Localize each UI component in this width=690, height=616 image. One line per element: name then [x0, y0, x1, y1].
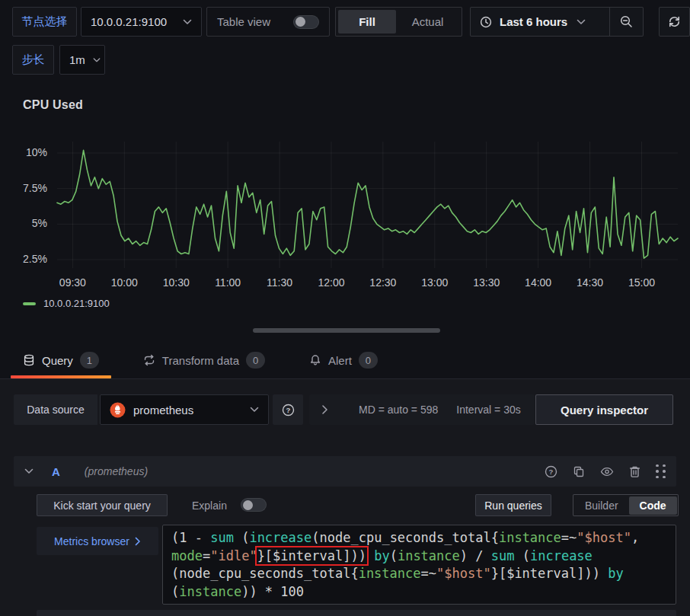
code-token: instance: [359, 566, 421, 581]
y-tick-label: 7.5%: [0, 182, 47, 194]
series-line: [57, 150, 678, 258]
eye-icon[interactable]: [600, 466, 614, 477]
node-select-dropdown[interactable]: 10.0.0.21:9100: [81, 7, 202, 37]
table-view-toggle[interactable]: [293, 15, 319, 29]
actual-option[interactable]: Actual: [396, 10, 459, 34]
code-token: instance: [499, 530, 561, 545]
duplicate-query-icon[interactable]: [573, 465, 585, 478]
query-inspector-button[interactable]: Query inspector: [535, 394, 673, 425]
time-picker-group: Last 6 hours: [470, 7, 644, 37]
legend-series-marker: [23, 302, 36, 305]
transform-icon: [143, 354, 155, 366]
x-tick-label: 14:00: [516, 276, 561, 289]
code-token: by: [608, 566, 623, 581]
horizontal-scrollbar[interactable]: [253, 328, 440, 333]
code-line: (1 - sum (increase(node_cpu_seconds_tota…: [171, 529, 667, 547]
tab-transform-data[interactable]: Transform data 0: [131, 345, 277, 375]
code-token: "idle": [210, 548, 257, 563]
query-options-summary[interactable]: MD = auto = 598 Interval = 30s: [309, 394, 535, 425]
tab-alert[interactable]: Alert 0: [297, 345, 390, 375]
options-section-header[interactable]: [37, 610, 676, 616]
refresh-button[interactable]: [659, 7, 690, 37]
x-tick-label: 11:30: [257, 276, 302, 289]
x-tick-label: 13:00: [412, 276, 458, 289]
tab-transform-label: Transform data: [162, 354, 239, 367]
datasource-help-button[interactable]: ?: [273, 394, 303, 425]
table-view-label: Table view: [217, 15, 270, 28]
tab-query[interactable]: Query 1: [11, 345, 111, 375]
chevron-right-icon: [321, 404, 328, 415]
code-option[interactable]: Code: [629, 496, 677, 515]
help-circle-icon[interactable]: ?: [545, 465, 557, 478]
step-label-text: 步长: [22, 53, 45, 67]
help-circle-icon: ?: [282, 404, 295, 417]
code-token: (: [514, 548, 529, 563]
fill-option[interactable]: Fill: [338, 10, 396, 34]
chevron-down-icon: [183, 19, 192, 25]
datasource-value: prometheus: [133, 404, 242, 417]
chevron-down-icon: [93, 57, 101, 63]
x-tick-label: 14:30: [567, 276, 613, 289]
code-token: )) * 100: [241, 584, 304, 599]
x-tick-label: 10:30: [153, 276, 199, 289]
legend-series-name[interactable]: 10.0.0.21:9100: [43, 298, 110, 309]
kick-start-label: Kick start your query: [53, 500, 151, 512]
x-tick-label: 12:00: [308, 276, 354, 289]
y-tick-label: 5%: [0, 217, 47, 229]
code-token: by: [374, 548, 389, 563]
tab-transform-count-badge: 0: [246, 352, 265, 369]
query-row-actions: ?: [545, 464, 666, 479]
zoom-out-time-button[interactable]: [609, 8, 643, 36]
query-editor-pane: Data source prometheus ? MD = auto = 598…: [0, 378, 690, 616]
actual-option-label: Actual: [412, 15, 444, 28]
drag-handle[interactable]: [656, 464, 666, 479]
cpu-used-chart[interactable]: [0, 137, 690, 282]
query-row-datasource: (prometheus): [85, 465, 148, 477]
code-token: "$host": [436, 566, 491, 581]
panel-title: CPU Used: [23, 98, 83, 112]
x-tick-label: 12:30: [360, 276, 406, 289]
prometheus-icon: [110, 402, 126, 418]
datasource-label: Data source: [14, 394, 97, 425]
explain-toggle[interactable]: [241, 498, 267, 512]
query-row-header[interactable]: A (prometheus) ?: [14, 456, 676, 487]
builder-code-group: Builder Code: [573, 494, 679, 516]
options-max-data-points: MD = auto = 598: [359, 404, 438, 416]
code-token: sum: [210, 530, 234, 545]
step-label: 步长: [12, 45, 54, 75]
code-token: =~: [421, 566, 436, 581]
code-token: [366, 548, 374, 563]
run-queries-button[interactable]: Run queries: [475, 494, 551, 516]
promql-code-editor[interactable]: (1 - sum (increase(node_cpu_seconds_tota…: [162, 525, 676, 605]
datasource-picker[interactable]: prometheus: [100, 394, 269, 425]
chevron-down-icon: [250, 407, 259, 413]
code-token: instance: [398, 548, 460, 563]
time-range-button[interactable]: Last 6 hours: [471, 8, 609, 36]
tab-alert-count-badge: 0: [359, 352, 378, 369]
step-dropdown[interactable]: 1m: [59, 45, 105, 75]
collapse-chevron-icon[interactable]: [24, 468, 34, 474]
code-line: (node_cpu_seconds_total{instance=~"$host…: [171, 565, 667, 583]
x-tick-label: 15:00: [618, 276, 664, 289]
code-token: ,: [631, 530, 639, 545]
clock-icon: [480, 16, 492, 28]
metrics-browser-label: Metrics browser: [54, 535, 129, 547]
y-tick-label: 10%: [0, 146, 47, 158]
table-view-control: Table view: [206, 7, 330, 37]
code-token: increase: [530, 548, 593, 563]
code-token: =~: [561, 530, 577, 545]
tab-query-count-badge: 1: [80, 352, 99, 369]
bell-icon: [309, 354, 321, 366]
trash-icon[interactable]: [629, 465, 640, 478]
kick-start-query-button[interactable]: Kick start your query: [37, 494, 168, 516]
node-select-label: 节点选择: [12, 7, 77, 37]
explain-label: Explain: [192, 500, 227, 512]
chevron-down-icon: [577, 19, 586, 25]
svg-text:?: ?: [286, 405, 290, 413]
code-option-label: Code: [640, 500, 666, 512]
code-token: sum: [491, 548, 515, 563]
builder-option[interactable]: Builder: [574, 496, 629, 515]
metrics-browser-button[interactable]: Metrics browser: [37, 527, 158, 555]
fill-option-label: Fill: [359, 15, 375, 28]
code-token: mode: [171, 548, 203, 563]
